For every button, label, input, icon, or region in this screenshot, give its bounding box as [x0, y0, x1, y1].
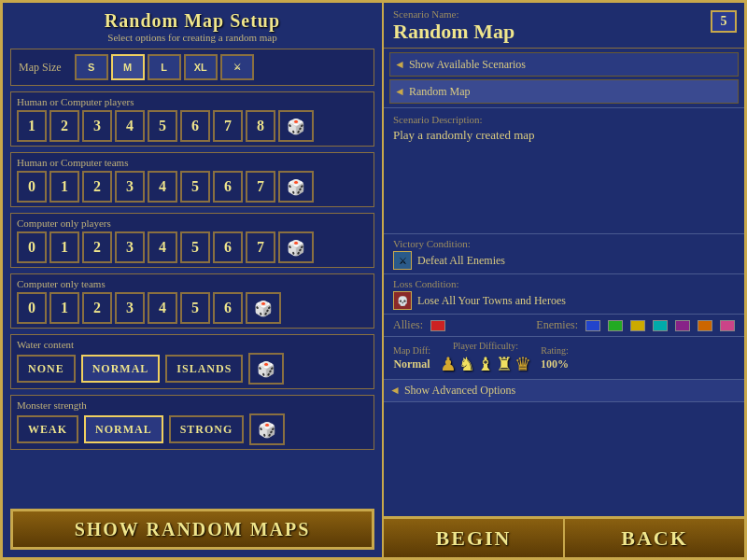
hct-3[interactable]: 3 [115, 171, 145, 203]
map-size-max[interactable]: ⚔ [220, 54, 254, 80]
map-size-xl[interactable]: XL [184, 54, 218, 80]
enemy-flag-blue [585, 320, 600, 331]
arrow-icon: ◄ [394, 58, 405, 72]
scenario-name-area: Scenario Name: Random Map 5 [384, 3, 744, 49]
hct-5[interactable]: 5 [180, 171, 210, 203]
cop-4[interactable]: 4 [148, 231, 177, 263]
cop-2[interactable]: 2 [82, 231, 112, 263]
hct-2[interactable]: 2 [82, 171, 112, 203]
map-size-label: Map Size [19, 61, 62, 75]
monster-strength-label: Monster strength [17, 399, 368, 411]
ally-flag-red [430, 320, 445, 331]
cot-4[interactable]: 4 [148, 292, 177, 324]
hct-7[interactable]: 7 [246, 171, 275, 203]
random-map-button[interactable]: ◄ Random Map [389, 79, 739, 104]
show-advanced-options-button[interactable]: ◄ Show Advanced Options [384, 380, 744, 402]
cop-7[interactable]: 7 [246, 231, 275, 263]
cop-5[interactable]: 5 [180, 231, 210, 263]
hcp-random[interactable]: 🎲 [278, 110, 314, 142]
enemy-flag-yellow [630, 320, 645, 331]
cot-0[interactable]: 0 [17, 292, 47, 324]
water-normal[interactable]: NORMAL [81, 355, 161, 383]
monster-strength-buttons: WEAK NORMAL STRONG 🎲 [17, 413, 368, 445]
show-advanced-options-label: Show Advanced Options [404, 384, 515, 398]
player-difficulty-col: Player Difficulty: ♟ ♞ ♝ ♜ ♛ [440, 341, 531, 375]
begin-button[interactable]: BEGIN [384, 519, 565, 557]
back-button[interactable]: BACK [565, 519, 744, 557]
advanced-arrow-icon: ◄ [389, 384, 401, 398]
scenario-name-label: Scenario Name: [393, 8, 735, 20]
hcp-4[interactable]: 4 [115, 110, 145, 142]
map-size-l[interactable]: L [148, 54, 181, 80]
water-islands[interactable]: ISLANDS [165, 355, 243, 383]
water-random[interactable]: 🎲 [248, 353, 284, 385]
map-size-m[interactable]: M [111, 54, 145, 80]
hcp-5[interactable]: 5 [148, 110, 177, 142]
monster-strength-section: Monster strength WEAK NORMAL STRONG 🎲 [10, 395, 374, 450]
hct-6[interactable]: 6 [213, 171, 243, 203]
description-label: Scenario Description: [393, 114, 735, 125]
difficulty-row: Map Diff: Normal Player Difficulty: ♟ ♞ … [384, 337, 744, 380]
cot-3[interactable]: 3 [115, 292, 145, 324]
human-computer-teams-buttons: 0 1 2 3 4 5 6 7 🎲 [17, 171, 368, 203]
hcp-2[interactable]: 2 [49, 110, 79, 142]
water-content-label: Water content [17, 339, 368, 350]
rating-col: Rating: 100% [541, 345, 569, 371]
hct-4[interactable]: 4 [148, 171, 177, 203]
hcp-8[interactable]: 8 [246, 110, 275, 142]
title-area: Random Map Setup Select options for crea… [10, 10, 374, 43]
scenarios-row: ◄ Show Available Scenarios ◄ Random Map [384, 49, 744, 108]
chess-knight: ♞ [458, 353, 475, 375]
show-available-scenarios-label: Show Available Scenarios [409, 58, 526, 72]
map-size-section: Map Size S M L XL ⚔ [10, 49, 374, 86]
hct-0[interactable]: 0 [17, 171, 47, 203]
enemies-label: Enemies: [536, 318, 578, 332]
human-computer-players-section: Human or Computer players 1 2 3 4 5 6 7 … [10, 91, 374, 147]
monster-weak[interactable]: WEAK [17, 415, 78, 443]
computer-only-teams-label: Computer only teams [17, 278, 368, 289]
monster-normal[interactable]: NORMAL [84, 415, 163, 443]
show-available-scenarios-button[interactable]: ◄ Show Available Scenarios [389, 52, 739, 77]
hct-random[interactable]: 🎲 [278, 171, 314, 203]
right-panel: Scenario Name: Random Map 5 ◄ Show Avail… [383, 0, 747, 560]
map-diff-col: Map Diff: Normal [393, 345, 430, 371]
map-size-s[interactable]: S [75, 54, 108, 80]
victory-condition-text: Defeat All Enemies [417, 254, 505, 268]
hcp-3[interactable]: 3 [82, 110, 112, 142]
enemy-flag-pink [720, 320, 735, 331]
cop-3[interactable]: 3 [115, 231, 145, 263]
cop-1[interactable]: 1 [49, 231, 79, 263]
cot-1[interactable]: 1 [49, 292, 79, 324]
monster-strong[interactable]: STRONG [169, 415, 245, 443]
cot-5[interactable]: 5 [180, 292, 210, 324]
computer-only-teams-section: Computer only teams 0 1 2 3 4 5 6 🎲 [10, 273, 374, 329]
arrow-icon-2: ◄ [394, 85, 405, 99]
hct-1[interactable]: 1 [49, 171, 79, 203]
hcp-7[interactable]: 7 [213, 110, 243, 142]
left-panel: Random Map Setup Select options for crea… [0, 0, 383, 560]
chess-pawn: ♟ [440, 353, 457, 375]
bottom-buttons: BEGIN BACK [384, 516, 744, 557]
scenario-name-value: Random Map [393, 20, 735, 44]
human-computer-players-buttons: 1 2 3 4 5 6 7 8 🎲 [17, 110, 368, 142]
victory-condition-area: Victory Condition: ⚔ Defeat All Enemies [384, 234, 744, 274]
hcp-6[interactable]: 6 [180, 110, 210, 142]
cop-random[interactable]: 🎲 [278, 231, 314, 263]
water-none[interactable]: NONE [17, 355, 76, 383]
loss-condition-row: 💀 Lose All Your Towns and Heroes [393, 291, 735, 310]
cot-random[interactable]: 🎲 [246, 292, 281, 324]
show-random-maps-button[interactable]: SHOW RANDOM MAPS [10, 509, 374, 550]
random-map-label: Random Map [409, 85, 471, 99]
loss-condition-label: Loss Condition: [393, 278, 735, 289]
cot-6[interactable]: 6 [213, 292, 243, 324]
enemy-flag-green [608, 320, 623, 331]
hcp-1[interactable]: 1 [17, 110, 47, 142]
rating-label: Rating: [541, 345, 568, 356]
computer-only-players-label: Computer only players [17, 217, 368, 229]
cop-0[interactable]: 0 [17, 231, 47, 263]
monster-random[interactable]: 🎲 [249, 413, 285, 445]
cop-6[interactable]: 6 [213, 231, 243, 263]
map-size-buttons: S M L XL ⚔ [75, 54, 254, 80]
chess-bishop: ♝ [477, 353, 494, 375]
cot-2[interactable]: 2 [82, 292, 112, 324]
